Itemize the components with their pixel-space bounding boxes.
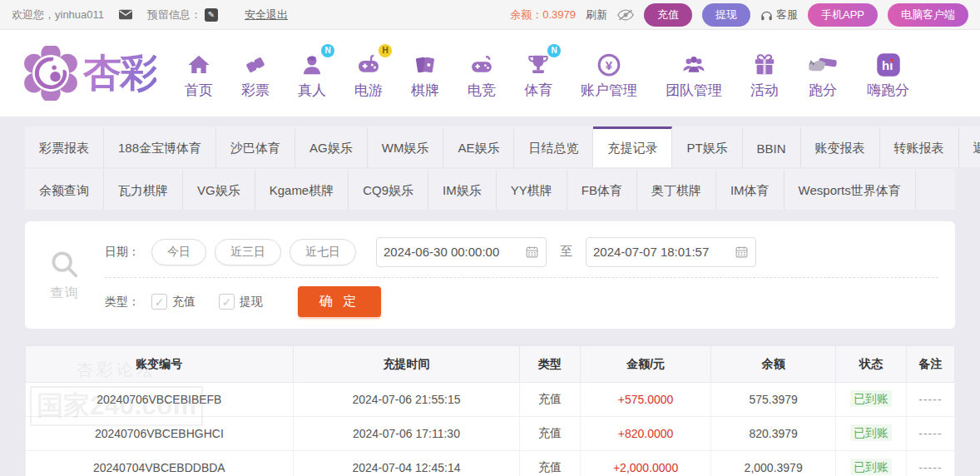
nav-item-promotions[interactable]: 活动 bbox=[750, 47, 779, 100]
new-badge: N bbox=[321, 44, 334, 57]
tab-cq9[interactable]: CQ9娱乐 bbox=[349, 169, 428, 210]
tab-transfer-report[interactable]: 转账报表 bbox=[880, 126, 959, 167]
customer-service-link[interactable]: 客服 bbox=[760, 7, 798, 22]
nav-item-team[interactable]: 团队管理 bbox=[666, 47, 722, 100]
cell-change-id: 20240704VBCEBDDBDA bbox=[26, 451, 294, 476]
nav-item-sports[interactable]: N 体育 bbox=[524, 47, 552, 100]
nav-label: 棋牌 bbox=[411, 81, 439, 100]
nav-item-live[interactable]: N 真人 bbox=[298, 47, 326, 100]
records-table-wrap: 杏彩论坛 国家240.com 账变编号 充提时间 类型 金额/元 余额 状态 备… bbox=[25, 345, 955, 476]
range-7days-button[interactable]: 近七日 bbox=[290, 239, 356, 265]
nav-item-account[interactable]: ¥ 账户管理 bbox=[581, 47, 637, 100]
type-label: 类型： bbox=[105, 295, 140, 310]
nav-label: 体育 bbox=[524, 81, 552, 100]
topbar-right: 余额：0.3979 刷新 充值 提现 客服 手机APP 电脑客户端 bbox=[510, 3, 968, 27]
col-time: 充提时间 bbox=[293, 346, 520, 383]
nav-item-paofen[interactable]: 跑分 bbox=[807, 47, 839, 100]
nav-label: 账户管理 bbox=[581, 81, 637, 100]
tab-account-change-report[interactable]: 账变报表 bbox=[801, 126, 880, 167]
home-icon bbox=[186, 47, 211, 77]
refresh-link[interactable]: 刷新 bbox=[586, 7, 607, 22]
tab-im-games[interactable]: IM娱乐 bbox=[428, 169, 497, 210]
tab-daily-summary[interactable]: 日结总览 bbox=[514, 126, 593, 167]
brand-logo[interactable]: 杏彩 bbox=[23, 46, 156, 101]
confirm-button[interactable]: 确 定 bbox=[298, 286, 381, 317]
tab-wali[interactable]: 瓦力棋牌 bbox=[104, 169, 183, 210]
type-deposit-checkbox[interactable]: ✓ 充值 bbox=[151, 294, 196, 310]
tab-vg[interactable]: VG娱乐 bbox=[183, 169, 255, 210]
cell-amount: +2,000.0000 bbox=[580, 451, 710, 476]
report-tabs-row1: 彩票报表 188金宝博体育 沙巴体育 AG娱乐 WM娱乐 AE娱乐 日结总览 充… bbox=[25, 126, 955, 167]
date-label: 日期： bbox=[105, 245, 140, 260]
edit-icon[interactable]: ✎ bbox=[205, 8, 218, 22]
tab-rebate-total[interactable]: 返点总额 bbox=[959, 126, 980, 167]
type-withdraw-checkbox[interactable]: ✓ 提现 bbox=[219, 294, 263, 310]
date-to-box bbox=[586, 237, 756, 267]
tab-fb-sports[interactable]: FB体育 bbox=[567, 169, 637, 210]
svg-text:¥: ¥ bbox=[606, 57, 613, 72]
date-from-input[interactable] bbox=[384, 245, 525, 259]
nav-item-hi-paofen[interactable]: hi 嗨跑分 bbox=[867, 47, 909, 100]
nav-item-egames[interactable]: H 电游 bbox=[354, 47, 383, 100]
team-icon bbox=[681, 47, 707, 77]
tab-pt[interactable]: PT娱乐 bbox=[672, 126, 742, 167]
tab-wesports[interactable]: Wesports世界体育 bbox=[784, 169, 916, 210]
checkbox-label: 充值 bbox=[172, 295, 196, 310]
tab-lottery-report[interactable]: 彩票报表 bbox=[25, 126, 104, 167]
nav-item-lottery[interactable]: 彩票 bbox=[241, 47, 270, 100]
type-filter-row: 类型： ✓ 充值 ✓ 提现 确 定 bbox=[105, 277, 938, 317]
eye-slash-icon[interactable] bbox=[617, 9, 634, 21]
tab-yy[interactable]: YY棋牌 bbox=[497, 169, 567, 210]
cell-status: 已到账 bbox=[835, 451, 906, 476]
table-row: 20240706VBCEBHGHCI 2024-07-06 17:11:30 充… bbox=[26, 417, 955, 451]
search-icon bbox=[48, 248, 82, 281]
nav-label: 电竞 bbox=[468, 81, 496, 100]
col-remark: 备注 bbox=[906, 346, 954, 383]
cell-amount: +575.0000 bbox=[580, 383, 710, 417]
col-amount: 金额/元 bbox=[580, 346, 710, 383]
records-table: 账变编号 充提时间 类型 金额/元 余额 状态 备注 20240706VBCEB… bbox=[25, 345, 955, 476]
tab-bbin[interactable]: BBIN bbox=[743, 126, 801, 167]
nav-label: 彩票 bbox=[241, 81, 270, 100]
nav-label: 团队管理 bbox=[666, 81, 722, 100]
cell-remark: ----- bbox=[906, 383, 954, 417]
tab-kgame[interactable]: Kgame棋牌 bbox=[255, 169, 349, 210]
range-3days-button[interactable]: 近三日 bbox=[215, 239, 281, 265]
nav-label: 活动 bbox=[750, 81, 779, 100]
cell-balance: 820.3979 bbox=[711, 417, 836, 451]
status-badge: 已到账 bbox=[850, 459, 892, 475]
range-today-button[interactable]: 今日 bbox=[151, 239, 206, 265]
ticket-icon bbox=[243, 47, 268, 77]
col-status: 状态 bbox=[835, 346, 906, 383]
nav-item-boardgames[interactable]: 棋牌 bbox=[411, 47, 439, 100]
date-from-box bbox=[376, 237, 547, 267]
logout-link[interactable]: 安全退出 bbox=[245, 7, 288, 22]
tab-ag[interactable]: AG娱乐 bbox=[295, 126, 368, 167]
brand-name: 杏彩 bbox=[83, 47, 156, 99]
gamepad-icon: H bbox=[355, 47, 382, 77]
nav-item-home[interactable]: 首页 bbox=[185, 47, 213, 100]
rhino-icon bbox=[807, 47, 839, 77]
tab-188-sports[interactable]: 188金宝博体育 bbox=[104, 126, 216, 167]
tab-deposit-withdraw-records[interactable]: 充提记录 bbox=[593, 126, 672, 167]
cell-remark: ----- bbox=[906, 451, 954, 476]
tab-balance-query[interactable]: 余额查询 bbox=[25, 169, 104, 210]
pc-client-button[interactable]: 电脑客户端 bbox=[888, 3, 968, 27]
tab-ae[interactable]: AE娱乐 bbox=[443, 126, 514, 167]
report-tabs-row2: 余额查询 瓦力棋牌 VG娱乐 Kgame棋牌 CQ9娱乐 IM娱乐 YY棋牌 F… bbox=[25, 169, 955, 210]
mobile-app-button[interactable]: 手机APP bbox=[808, 3, 878, 27]
tab-im-sports[interactable]: IM体育 bbox=[716, 169, 784, 210]
tab-aoding[interactable]: 奥丁棋牌 bbox=[637, 169, 716, 210]
date-to-input[interactable] bbox=[593, 245, 735, 259]
flower-logo-icon bbox=[23, 46, 78, 101]
col-type: 类型 bbox=[520, 346, 581, 383]
cell-change-id: 20240706VBCEBIBEFB bbox=[26, 383, 294, 417]
mail-icon[interactable] bbox=[119, 9, 132, 20]
nav-item-esports[interactable]: 电竞 bbox=[468, 47, 496, 100]
tab-wm[interactable]: WM娱乐 bbox=[368, 126, 444, 167]
nav-label: 电游 bbox=[354, 81, 383, 100]
tab-shaba-sports[interactable]: 沙巴体育 bbox=[216, 126, 295, 167]
deposit-button[interactable]: 充值 bbox=[644, 3, 692, 27]
withdraw-button[interactable]: 提现 bbox=[702, 3, 750, 27]
cell-amount: +820.0000 bbox=[580, 417, 710, 451]
